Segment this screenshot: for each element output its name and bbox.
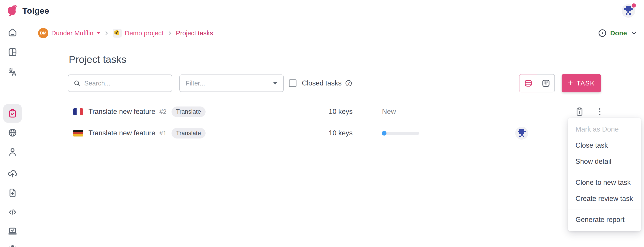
sidebar-item-import[interactable] — [3, 164, 22, 183]
brand-name: Tolgee — [22, 6, 49, 16]
breadcrumb-divider — [38, 44, 644, 44]
filter-caret-down-icon — [273, 82, 278, 85]
plus-icon: + — [568, 78, 573, 87]
page-title: Project tasks — [69, 54, 126, 65]
task-menu-button[interactable] — [594, 106, 605, 117]
sidebar-item-developer-tools[interactable] — [3, 222, 22, 240]
task-state-text: New — [382, 108, 396, 116]
german-flag-icon — [73, 130, 83, 137]
org-caret-down-icon[interactable] — [97, 32, 100, 34]
project-pixel-avatar-icon — [114, 30, 120, 36]
sidebar-item-settings[interactable] — [3, 240, 22, 247]
help-circle-icon[interactable]: ? — [344, 79, 353, 87]
closed-tasks-label[interactable]: Closed tasks ? — [302, 79, 353, 87]
person-icon — [8, 147, 18, 157]
task-cell: Translate new feature #1 Translate — [73, 122, 206, 144]
breadcrumb-org[interactable]: Dunder Mufflin — [51, 29, 94, 37]
play-circle-icon — [598, 28, 607, 38]
task-title: Translate new feature — [88, 108, 156, 116]
task-detail-button[interactable] — [574, 106, 585, 117]
board-view-button[interactable] — [537, 74, 555, 92]
add-task-button-label: TASK — [576, 80, 595, 87]
keys-count: 10 keys — [329, 108, 353, 116]
state-cell: New — [382, 101, 476, 122]
closed-tasks-checkbox[interactable] — [289, 79, 296, 87]
french-flag-icon — [73, 108, 83, 115]
svg-text:?: ? — [348, 81, 350, 85]
keys-count: 10 keys — [329, 129, 353, 137]
menu-item-clone-to-new-task[interactable]: Clone to new task — [568, 175, 641, 191]
notification-dot — [632, 3, 636, 7]
search-icon — [73, 79, 81, 87]
task-type-chip: Translate — [172, 128, 206, 139]
sidebar-item-dashboard[interactable] — [3, 43, 22, 61]
task-context-menu: Mark as Done Close task Show detail Clon… — [568, 118, 641, 231]
sidebar-item-members[interactable] — [3, 143, 22, 161]
keys-cell: 10 keys — [329, 122, 353, 144]
sidebar — [0, 22, 25, 247]
view-toggle-group — [519, 74, 555, 92]
cloud-upload-icon — [8, 168, 18, 179]
chevron-right-icon — [166, 30, 173, 36]
task-state-selector[interactable]: Done — [598, 22, 638, 44]
clipboard-info-icon — [574, 106, 585, 117]
sidebar-item-tasks[interactable] — [3, 104, 22, 123]
sidebar-item-home[interactable] — [3, 23, 22, 42]
sidebar-item-integrate[interactable] — [3, 203, 22, 222]
task-list: Translate new feature #2 Translate 10 ke… — [38, 101, 644, 144]
org-avatar[interactable]: DM — [38, 28, 48, 38]
list-view-button[interactable] — [519, 74, 537, 92]
user-identicon-icon — [624, 6, 632, 16]
project-avatar[interactable] — [113, 29, 122, 37]
breadcrumb: DM Dunder Mufflin Demo project Project t… — [25, 28, 213, 38]
search-input[interactable] — [84, 80, 167, 87]
filter-select[interactable]: Filter... — [179, 74, 284, 92]
closed-tasks-control: Closed tasks ? — [289, 74, 353, 92]
menu-item-mark-as-done: Mark as Done — [568, 121, 641, 137]
breadcrumb-bar: DM Dunder Mufflin Demo project Project t… — [25, 22, 644, 44]
gear-icon — [8, 244, 18, 247]
file-download-icon — [8, 188, 18, 198]
menu-item-close-task[interactable]: Close task — [568, 137, 641, 154]
breadcrumb-current-page: Project tasks — [176, 29, 213, 37]
task-progress-bar — [382, 132, 420, 135]
sidebar-item-export[interactable] — [3, 184, 22, 202]
sidebar-item-languages[interactable] — [3, 123, 22, 142]
assignee-avatar[interactable] — [515, 127, 528, 140]
add-task-button[interactable]: + TASK — [562, 74, 601, 92]
menu-divider — [568, 172, 641, 172]
menu-item-generate-report[interactable]: Generate report — [568, 212, 641, 228]
user-avatar[interactable] — [622, 4, 635, 18]
globe-icon — [8, 128, 18, 138]
progress-indicator — [382, 131, 386, 136]
tasks-clipboard-icon — [8, 108, 18, 119]
tolgee-mouse-logo-icon — [5, 3, 19, 18]
menu-divider — [568, 209, 641, 209]
chevron-right-icon — [103, 30, 110, 36]
task-number: #2 — [160, 108, 166, 115]
menu-item-show-detail[interactable]: Show detail — [568, 154, 641, 170]
task-row[interactable]: Translate new feature #1 Translate 10 ke… — [38, 122, 644, 144]
closed-tasks-label-text: Closed tasks — [302, 79, 342, 87]
menu-item-create-review-task[interactable]: Create review task — [568, 191, 641, 207]
laptop-check-icon — [8, 226, 18, 236]
task-row[interactable]: Translate new feature #2 Translate 10 ke… — [38, 101, 644, 122]
task-type-chip: Translate — [172, 106, 206, 117]
list-view-icon — [523, 78, 533, 88]
brand[interactable]: Tolgee — [5, 3, 49, 18]
home-icon — [8, 27, 18, 37]
assignee-cell — [515, 122, 528, 144]
board-view-icon — [541, 78, 551, 88]
filter-placeholder: Filter... — [186, 80, 205, 87]
search-box — [68, 74, 172, 92]
task-number: #1 — [160, 130, 166, 137]
topbar: Tolgee — [0, 0, 644, 22]
breadcrumb-project[interactable]: Demo project — [125, 29, 163, 37]
state-cell — [382, 122, 476, 144]
code-icon — [8, 207, 18, 218]
chevron-down-icon — [630, 29, 638, 37]
controls-row: Filter... Closed tasks ? — [0, 74, 644, 92]
dashboard-icon — [8, 47, 18, 57]
dots-vertical-icon — [594, 106, 605, 117]
keys-cell: 10 keys — [329, 101, 353, 122]
